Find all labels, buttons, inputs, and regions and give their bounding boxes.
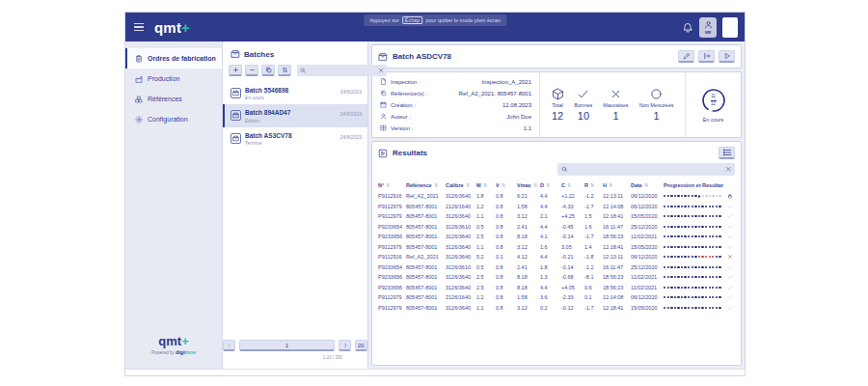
cell-v: 0.8 (496, 264, 517, 270)
table-row[interactable]: P9112979805457-80012126/16401.20.81.583.… (378, 292, 735, 303)
plus-button[interactable] (229, 65, 242, 76)
table-row[interactable]: P9112916Ref_A2_20213126/36405.20.14.124.… (378, 252, 735, 262)
column-header[interactable]: Référence (406, 182, 446, 188)
column-header[interactable]: Vmax (517, 182, 540, 188)
cell-date: 06/12/2020 (631, 254, 664, 260)
avatar[interactable]: MR (699, 17, 717, 38)
cell-h: 12:18:41 (603, 213, 631, 219)
column-header[interactable]: Date (631, 182, 664, 188)
sidebar-item-3[interactable]: Configuration (125, 109, 222, 129)
cell-v: 0.8 (496, 234, 517, 239)
results-card: Resultats N°RéférenceCalibreMVVmaxDCRHDa… (371, 141, 742, 366)
batch-list: Batch 5546898En cours24/8/2023Batch 894A… (223, 82, 367, 150)
sort-button[interactable] (278, 65, 291, 76)
pencil-button[interactable] (678, 50, 694, 63)
batch-list-item[interactable]: Batch AS3CV78Terminé24/8/2023 (223, 127, 367, 150)
grid-icon (380, 124, 387, 131)
batch-list-item[interactable]: Batch 5546898En cours24/8/2023 (223, 82, 367, 104)
column-header[interactable]: N° (378, 182, 406, 188)
cell-h: 12:18:41 (603, 305, 631, 311)
page: qmt+ Appuyez sur Échap pour quitter le m… (0, 0, 868, 386)
sidebar: Ordres de fabricationProductionRéférence… (125, 41, 223, 369)
cell-v: 0.8 (496, 285, 517, 290)
close-icon[interactable] (378, 68, 384, 73)
page-number-button[interactable]: 1 (239, 340, 335, 351)
cell-cal: 2126/1640 (446, 294, 476, 300)
play-button[interactable] (719, 50, 735, 63)
column-header[interactable]: Calibre (446, 182, 476, 188)
table-row[interactable]: P9233656805457-80013126/36402.50.88.181.… (378, 272, 735, 283)
cell-date: 11/02/2021 (631, 274, 664, 280)
check-icon (727, 285, 733, 290)
column-header[interactable]: H (603, 182, 631, 188)
cell-v: 0.8 (496, 224, 517, 230)
sidebar-item-1[interactable]: Production (125, 69, 222, 89)
column-header[interactable]: C (561, 182, 584, 188)
menu-icon[interactable] (134, 23, 144, 31)
prev-page-button[interactable] (223, 340, 235, 351)
result-lock-icon (725, 193, 735, 199)
cell-ref: 805457-8001 (406, 274, 446, 280)
table-row[interactable]: P9233654805457-80013126/36100.50.82.414.… (378, 222, 735, 233)
table-header-row: N°RéférenceCalibreMVVmaxDCRHDateProgress… (378, 179, 735, 191)
view-toggle-button[interactable] (719, 147, 735, 159)
cell-r: -1.7 (584, 305, 603, 311)
page-size-select[interactable]: 20 (355, 340, 367, 351)
table-row[interactable]: P9233656805457-80013126/36402.50.88.184.… (378, 232, 735, 242)
table-row[interactable]: P9112979805457-80012126/16401.20.81.584.… (378, 202, 735, 212)
cross-icon (727, 254, 733, 260)
next-page-button[interactable] (339, 340, 351, 351)
box-icon (378, 52, 388, 62)
cell-vmax: 2.41 (517, 264, 540, 270)
results-search[interactable] (557, 163, 735, 176)
column-header[interactable]: V (496, 182, 517, 188)
close-icon[interactable] (725, 166, 732, 173)
table-row[interactable]: P9112979805457-80013126/36401.10.83.121.… (378, 242, 735, 253)
batch-detail-area: Batch ASDCV78 Inspection :Inspection_A_2… (368, 41, 745, 369)
cell-cal: 3126/3640 (446, 254, 476, 260)
copy-button[interactable] (261, 65, 275, 76)
batch-name: Batch 894AD47 (245, 109, 290, 117)
minus-button[interactable] (245, 65, 258, 76)
cell-cal: 3126/3640 (446, 285, 476, 290)
column-header[interactable]: M (476, 182, 496, 188)
column-header[interactable]: R (584, 182, 603, 188)
table-row[interactable]: P9112979805457-80013126/36401.10.83.122.… (378, 211, 735, 222)
export-button[interactable] (698, 50, 715, 63)
batch-detail-title: Batch ASDCV78 (393, 52, 451, 61)
column-label: R (584, 182, 588, 188)
cell-c: -0.14 (561, 264, 584, 270)
table-row[interactable]: P9112916Ref_A2_20213126/36401.80.86.214.… (378, 191, 735, 202)
column-header[interactable]: Progression et Resultat (664, 182, 725, 188)
batches-search[interactable] (297, 65, 387, 76)
escape-keycap: Échap (402, 16, 423, 24)
cell-cal: 3126/3640 (446, 193, 476, 199)
sidebar-item-2[interactable]: Références (125, 89, 222, 109)
field-label: Création : (391, 102, 416, 108)
cell-v: 0.1 (496, 254, 517, 260)
sidebar-item-0[interactable]: Ordres de fabrication (125, 48, 222, 69)
table-row[interactable]: P9233656805457-80013126/36402.50.88.184.… (378, 283, 735, 293)
detail-fields: Inspection :Inspection_A_2021Référence(s… (372, 72, 540, 137)
results-search-input[interactable] (571, 167, 722, 173)
bell-icon[interactable] (682, 21, 693, 33)
column-header[interactable]: D (540, 182, 561, 188)
result-check-icon (725, 204, 735, 209)
cell-m: 1.2 (476, 204, 496, 209)
batch-list-item[interactable]: Batch 894AD47Edition24/8/2023 (223, 104, 367, 126)
cell-no: P9233654 (378, 264, 406, 270)
results-table: N°RéférenceCalibreMVVmaxDCRHDateProgress… (372, 179, 741, 313)
batch-name: Batch 5546898 (245, 87, 288, 95)
batches-search-input[interactable] (308, 68, 376, 73)
topbar-white-box[interactable] (722, 17, 738, 38)
cell-h: 12:13:11 (603, 254, 631, 260)
sort-icon (590, 182, 595, 188)
cell-no: P9112979 (378, 294, 406, 300)
stat-total: Total12 (552, 88, 564, 122)
table-row[interactable]: P9112979805457-80013126/36401.10.83.120.… (378, 303, 735, 314)
person-icon (380, 113, 387, 120)
sort-icon (502, 182, 506, 188)
table-row[interactable]: P9233654805457-80013126/36100.50.82.411.… (378, 262, 735, 273)
cell-v: 0.8 (496, 305, 517, 311)
play-icon (723, 52, 731, 60)
